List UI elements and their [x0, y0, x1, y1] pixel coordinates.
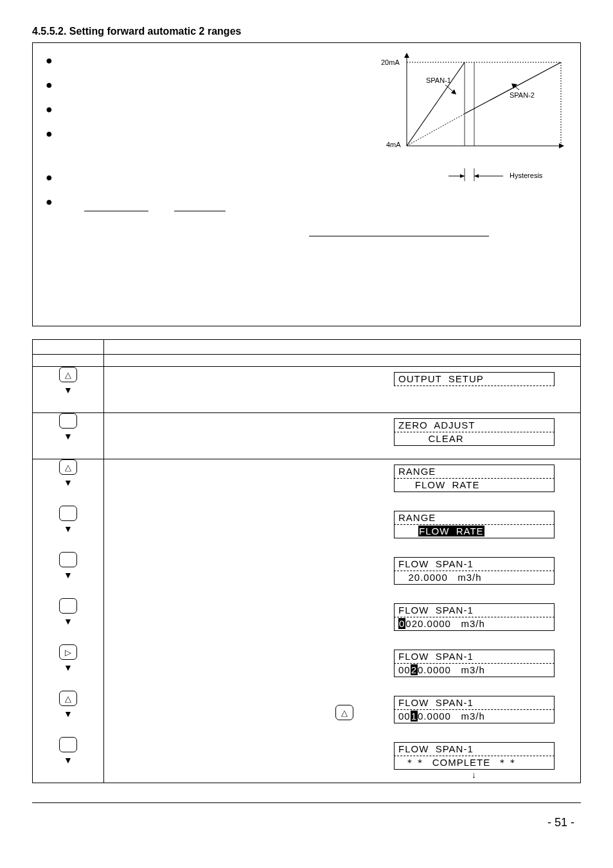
lcd-line2: ＊＊ COMPLETE ＊＊ — [394, 756, 555, 770]
flow-arrow-icon: ▼ — [33, 524, 103, 533]
procedure-row: △▼ RANGE FLOW RATE — [33, 459, 581, 506]
svg-line-7 — [407, 114, 465, 146]
range-chart: 20mA 4mA SPAN-1 SPAN-2 — [375, 49, 567, 165]
svg-marker-18 — [460, 174, 465, 178]
lcd-line2: 0010.0000 m3/h — [394, 710, 555, 723]
y-bot-label: 4mA — [386, 141, 401, 148]
span1-label: SPAN-1 — [426, 76, 451, 84]
blank-key-icon — [59, 737, 77, 752]
right-key-icon: ▷ — [59, 644, 77, 660]
blank-key-icon — [59, 552, 77, 567]
lcd-line2: CLEAR — [394, 432, 555, 446]
hysteresis-row: Hysteresis — [375, 168, 567, 188]
lcd-line1: FLOW SPAN-1 — [394, 603, 555, 617]
flow-arrow-icon: ▼ — [33, 617, 103, 626]
flow-arrow-icon: ▼ — [33, 709, 103, 718]
lcd-display: ZERO ADJUST CLEAR — [394, 418, 555, 446]
description-box: ● ● ● ● ● ● 20mA 4mA — [32, 42, 581, 326]
flow-arrow-icon: ▼ — [33, 385, 103, 394]
lcd-line1: RANGE — [394, 465, 555, 479]
underline — [309, 236, 489, 236]
description-cell: OUTPUT SETUP — [104, 367, 581, 413]
description-cell: FLOW SPAN-1 ＊＊ COMPLETE ＊＊ ↓ — [104, 737, 581, 783]
continue-arrow-icon: ↓ — [394, 770, 555, 780]
flow-arrow-icon: ▼ — [33, 432, 103, 441]
key-cell: △▼ — [33, 367, 104, 413]
procedure-row: ▼ ZERO ADJUST CLEAR — [33, 413, 581, 459]
lcd-line1: FLOW SPAN-1 — [394, 696, 555, 710]
procedure-row: ▷▼ FLOW SPAN-1 0020.0000 m3/h — [33, 644, 581, 691]
blank-key-icon — [59, 598, 77, 614]
svg-marker-20 — [474, 174, 479, 178]
lcd-display: RANGE FLOW RATE — [394, 511, 555, 538]
key-cell: ▼ — [33, 737, 104, 783]
description-cell: FLOW SPAN-1 20.0000 m3/h — [104, 552, 581, 598]
procedure-row: ▼ FLOW SPAN-1 0020.0000 m3/h — [33, 598, 581, 644]
procedure-row: △▼ △ FLOW SPAN-1 0010.0000 m3/h — [33, 691, 581, 737]
underline — [174, 210, 226, 211]
procedure-row: ▼ RANGE FLOW RATE — [33, 506, 581, 552]
lcd-display: FLOW SPAN-1 20.0000 m3/h — [394, 557, 555, 585]
lcd-line1: ZERO ADJUST — [394, 418, 555, 432]
flow-arrow-icon: ▼ — [33, 663, 103, 672]
page-number: - 51 - — [32, 816, 581, 829]
key-cell: ▼ — [33, 552, 104, 598]
flow-arrow-icon: ▼ — [33, 756, 103, 765]
section-heading: 4.5.5.2. Setting forward automatic 2 ran… — [32, 26, 581, 37]
description-cell: △ FLOW SPAN-1 0010.0000 m3/h — [104, 691, 581, 737]
description-cell: RANGE FLOW RATE — [104, 459, 581, 506]
key-cell: △▼ — [33, 691, 104, 737]
blank-key-icon — [59, 506, 77, 521]
up-key-icon: △ — [335, 705, 353, 720]
footer-rule — [32, 802, 581, 803]
lcd-line1: FLOW SPAN-1 — [394, 650, 555, 664]
procedure-row: △▼ OUTPUT SETUP — [33, 367, 581, 413]
description-cell: RANGE FLOW RATE — [104, 506, 581, 552]
lcd-line1: FLOW SPAN-1 — [394, 742, 555, 756]
lcd-display: FLOW SPAN-1 0020.0000 m3/h — [394, 650, 555, 677]
lcd-line2: 0020.0000 m3/h — [394, 617, 555, 631]
svg-marker-1 — [404, 53, 409, 58]
description-cell: FLOW SPAN-1 0020.0000 m3/h — [104, 644, 581, 691]
lcd-line2: 20.0000 m3/h — [394, 571, 555, 585]
description-cell: ZERO ADJUST CLEAR — [104, 413, 581, 459]
svg-line-6 — [407, 62, 465, 146]
lcd-display: OUTPUT SETUP — [394, 372, 555, 399]
key-cell: ▷▼ — [33, 644, 104, 691]
lcd-display: FLOW SPAN-1 ＊＊ COMPLETE ＊＊ ↓ — [394, 742, 555, 780]
blank-key-icon — [59, 413, 77, 429]
lcd-display: FLOW SPAN-1 0020.0000 m3/h — [394, 603, 555, 631]
svg-line-8 — [465, 62, 561, 114]
flow-arrow-icon: ▼ — [33, 478, 103, 487]
lcd-line1: OUTPUT SETUP — [394, 372, 555, 386]
procedure-row: ▼ FLOW SPAN-1 ＊＊ COMPLETE ＊＊ ↓ — [33, 737, 581, 783]
procedure-row: ▼ FLOW SPAN-1 20.0000 m3/h — [33, 552, 581, 598]
lcd-display: FLOW SPAN-1 0010.0000 m3/h — [394, 696, 555, 723]
svg-marker-3 — [559, 143, 564, 148]
lcd-line2: 0020.0000 m3/h — [394, 664, 555, 677]
lcd-line2 — [394, 386, 555, 399]
lcd-line1: FLOW SPAN-1 — [394, 557, 555, 571]
up-key-icon: △ — [59, 691, 77, 706]
up-key-icon: △ — [59, 367, 77, 382]
key-cell: ▼ — [33, 506, 104, 552]
lcd-line2: FLOW RATE — [394, 525, 555, 538]
lcd-line1: RANGE — [394, 511, 555, 525]
up-key-icon: △ — [59, 459, 77, 475]
span2-label: SPAN-2 — [510, 91, 535, 99]
bullet-list: ● ● ● ● ● ● — [46, 55, 53, 220]
procedure-table: △▼ OUTPUT SETUP ▼ ZERO ADJUST CLEAR △▼ R… — [32, 339, 581, 783]
underline — [84, 210, 148, 211]
key-cell: ▼ — [33, 413, 104, 459]
y-top-label: 20mA — [381, 58, 400, 66]
flow-arrow-icon: ▼ — [33, 571, 103, 580]
description-cell: FLOW SPAN-1 0020.0000 m3/h — [104, 598, 581, 644]
key-cell: ▼ — [33, 598, 104, 644]
key-cell: △▼ — [33, 459, 104, 506]
lcd-line2: FLOW RATE — [394, 479, 555, 492]
lcd-display: RANGE FLOW RATE — [394, 465, 555, 492]
hysteresis-label: Hysteresis — [510, 172, 543, 179]
